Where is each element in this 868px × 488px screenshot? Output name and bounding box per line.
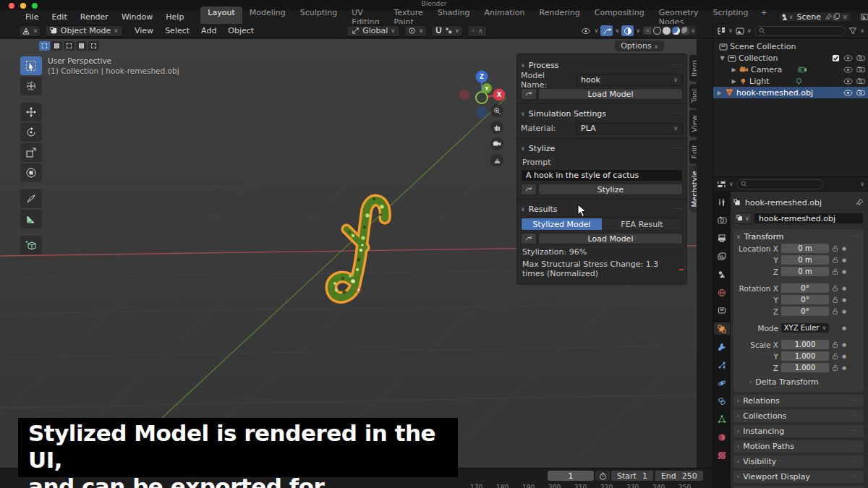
new-scene-icon[interactable] (833, 13, 841, 21)
rotation-mode-dropdown[interactable]: XYZ Euler∨ (781, 323, 829, 333)
disclosure-triangle-icon[interactable]: ▶ (731, 78, 737, 85)
select-mode-tweak[interactable] (39, 41, 50, 51)
transform-orientation-dropdown[interactable]: Global ∨ (346, 25, 400, 37)
snap-toggle[interactable]: ∨ (431, 25, 463, 37)
properties-search-input[interactable] (736, 179, 823, 189)
animate-dot-icon[interactable]: ● (842, 365, 846, 371)
outliner-row-scene-collection[interactable]: Scene Collection (713, 40, 868, 52)
tool-annotate[interactable] (20, 189, 42, 208)
eye-icon[interactable] (843, 90, 853, 96)
object-name-field[interactable]: hook-remeshed.obj (754, 213, 864, 224)
tool-transform[interactable] (20, 163, 42, 182)
tab-texture-properties[interactable] (714, 449, 730, 461)
instancing-panel-header[interactable]: ›Instancing···· (733, 425, 864, 437)
select-mode-lasso[interactable] (76, 41, 87, 51)
checkbox-icon[interactable] (832, 54, 840, 62)
lock-icon[interactable] (832, 268, 839, 275)
disclosure-triangle-icon[interactable]: ▶ (716, 90, 723, 96)
tab-world-properties[interactable] (714, 286, 730, 299)
editor-type-selector[interactable]: ∨ (19, 25, 41, 37)
frame-end-field[interactable]: End250 (655, 471, 703, 481)
lock-icon[interactable] (832, 245, 839, 252)
load-model-button[interactable]: Load Model (538, 88, 683, 100)
animate-dot-icon[interactable]: ● (842, 269, 846, 275)
scale-z-field[interactable]: 1.000 (781, 363, 829, 372)
tool-measure[interactable] (20, 210, 42, 228)
operator-options-button[interactable] (521, 88, 537, 100)
select-mode-box[interactable] (51, 41, 62, 51)
operator-options-button[interactable] (521, 233, 537, 244)
filter-icon[interactable] (848, 27, 857, 35)
tab-edit[interactable]: Edit (689, 140, 697, 163)
animate-dot-icon[interactable]: ● (842, 309, 846, 314)
animate-dot-icon[interactable]: ● (842, 297, 846, 303)
collections-panel-header[interactable]: ›Collections···· (733, 410, 864, 422)
scale-y-field[interactable]: 1.000 (781, 351, 829, 361)
display-mode-icon[interactable] (736, 27, 744, 35)
menu-file[interactable]: File (19, 11, 45, 23)
lock-icon[interactable] (832, 353, 839, 360)
outliner-row-camera[interactable]: ▶ Camera (713, 64, 868, 75)
unlink-scene-icon[interactable]: × (841, 13, 849, 21)
pin-icon[interactable] (855, 198, 864, 207)
tool-select-box[interactable] (20, 56, 42, 75)
prompt-input[interactable] (521, 169, 683, 181)
material-dropdown[interactable]: PLA∨ (576, 123, 683, 134)
camera-render-icon[interactable] (856, 89, 865, 96)
eye-icon[interactable] (843, 67, 853, 73)
tool-cursor[interactable] (20, 77, 42, 95)
relations-panel-header[interactable]: ›Relations···· (733, 395, 864, 407)
camera-view-button[interactable] (490, 137, 503, 150)
shading-rendered-button[interactable] (681, 27, 689, 35)
menu-object[interactable]: Object (222, 25, 260, 37)
lock-icon[interactable] (832, 285, 839, 292)
tab-material-properties[interactable] (714, 431, 730, 443)
disclosure-triangle-icon[interactable]: ▶ (731, 67, 737, 73)
eye-icon[interactable] (843, 55, 853, 61)
animate-dot-icon[interactable]: ● (842, 246, 846, 252)
tab-scene-properties[interactable] (714, 268, 730, 281)
menu-render[interactable]: Render (74, 11, 115, 23)
eye-icon[interactable] (843, 78, 853, 85)
viewport-display-panel-header[interactable]: ›Viewport Display···· (733, 471, 864, 483)
tab-constraint-properties[interactable] (714, 395, 730, 407)
tab-output-properties[interactable] (714, 232, 730, 244)
options-button[interactable]: Options ∨ (615, 40, 664, 51)
lock-icon[interactable] (832, 296, 839, 304)
section-simulation-settings[interactable]: ∨Simulation Settings···· (521, 108, 683, 120)
shading-wireframe-button[interactable] (653, 27, 661, 35)
location-z-field[interactable]: 0 m (781, 267, 829, 276)
lock-icon[interactable] (832, 341, 839, 348)
animate-dot-icon[interactable]: ● (842, 286, 846, 291)
menu-help[interactable]: Help (159, 11, 190, 23)
camera-render-icon[interactable] (856, 77, 865, 85)
tab-viewlayer-properties[interactable] (714, 250, 730, 262)
proportional-edit-toggle[interactable]: ◦ ∧ (467, 25, 487, 37)
overlays-toggle[interactable] (621, 25, 634, 36)
section-process[interactable]: ∨Process···· (521, 59, 683, 72)
outliner-row-collection[interactable]: ▼ Collection (713, 52, 868, 64)
shading-material-button[interactable] (672, 27, 680, 35)
shading-solid-button[interactable] (663, 27, 671, 35)
rotation-x-field[interactable]: 0° (781, 283, 829, 293)
pin-icon[interactable] (825, 13, 833, 21)
delta-transform-header[interactable]: ›Delta Transform (736, 376, 861, 388)
viewport-3d[interactable]: Options ∨ User Perspective (1) Collectio… (0, 39, 697, 468)
outliner-search-input[interactable] (754, 26, 846, 36)
scale-x-field[interactable]: 1.000 (781, 340, 829, 349)
rotation-y-field[interactable]: 0° (781, 295, 829, 304)
viewlayer-selector[interactable]: ∨ ViewLayer × (858, 12, 868, 22)
menu-edit[interactable]: Edit (45, 11, 73, 23)
hook-model[interactable] (317, 184, 407, 310)
scene-selector[interactable]: ∨ Scene × (778, 12, 853, 22)
zoom-button[interactable] (490, 104, 503, 117)
menu-window[interactable]: Window (115, 11, 159, 23)
animate-dot-icon[interactable]: ● (842, 325, 846, 331)
stylize-button[interactable]: Stylize (538, 184, 683, 195)
tab-physics-properties[interactable] (714, 377, 730, 389)
tab-tool-properties[interactable] (714, 196, 730, 208)
object-type-dropdown[interactable]: ∨ (733, 213, 752, 224)
animate-dot-icon[interactable]: ● (842, 257, 846, 263)
location-y-field[interactable]: 0 m (781, 255, 829, 265)
lock-icon[interactable] (832, 257, 839, 264)
